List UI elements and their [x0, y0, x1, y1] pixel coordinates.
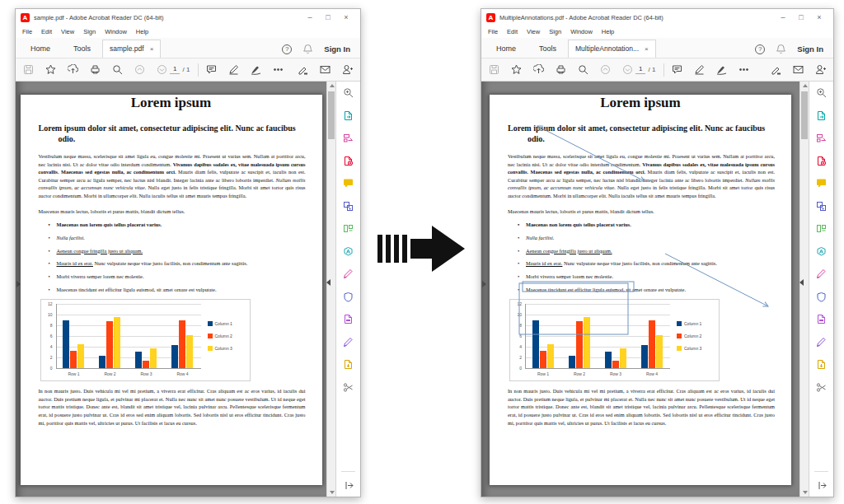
scroll-up-icon[interactable]	[330, 84, 335, 87]
menu-edit[interactable]: Edit	[41, 28, 52, 35]
menu-window[interactable]: Window	[570, 28, 593, 35]
vertical-scrollbar[interactable]	[326, 82, 335, 497]
compress-icon[interactable]	[814, 357, 828, 371]
save-icon[interactable]	[488, 63, 500, 76]
scroll-down-icon[interactable]	[803, 491, 808, 494]
create-pdf-icon[interactable]	[814, 154, 828, 168]
close-button[interactable]: ×	[337, 12, 355, 23]
email-icon[interactable]	[792, 63, 804, 76]
tab-tools[interactable]: Tools	[62, 40, 102, 58]
menu-file[interactable]: File	[22, 28, 32, 35]
search-tools-icon[interactable]	[814, 86, 828, 100]
expand-pane-icon[interactable]	[809, 481, 834, 490]
more-tools-icon[interactable]	[341, 380, 355, 394]
close-button[interactable]: ×	[810, 12, 828, 23]
left-pane-handle-icon[interactable]	[482, 281, 486, 287]
menu-edit[interactable]: Edit	[507, 28, 518, 35]
scrollbar-thumb[interactable]	[328, 91, 335, 139]
fill-sign-icon[interactable]	[341, 267, 355, 281]
account-icon[interactable]	[814, 63, 827, 76]
redact-icon[interactable]	[341, 312, 355, 326]
bell-icon[interactable]	[302, 43, 314, 55]
minimize-button[interactable]: –	[301, 12, 319, 23]
save-icon[interactable]	[22, 63, 35, 76]
sign-in-button[interactable]: Sign In	[797, 44, 823, 54]
menu-file[interactable]: File	[488, 28, 498, 35]
protect-icon[interactable]	[341, 290, 355, 304]
page-up-icon[interactable]	[134, 63, 146, 76]
comment-icon[interactable]	[671, 63, 683, 76]
scrollbar-thumb[interactable]	[801, 91, 808, 139]
tab-tools[interactable]: Tools	[528, 40, 568, 58]
pencil-icon[interactable]	[227, 63, 240, 76]
share-icon[interactable]	[297, 63, 309, 76]
search-icon[interactable]	[577, 63, 589, 76]
tools-pane-handle-icon[interactable]	[799, 279, 804, 286]
page-scroll-area[interactable]: Lorem ipsum Lorem ipsum dolor sit amet, …	[16, 82, 326, 497]
more-icon[interactable]	[738, 63, 750, 76]
page-up-icon[interactable]	[599, 63, 612, 76]
upload-icon[interactable]	[532, 63, 545, 76]
scan-ocr-icon[interactable]	[814, 245, 828, 259]
create-pdf-icon[interactable]	[341, 154, 355, 168]
combine-files-icon[interactable]	[814, 199, 828, 213]
comment-icon[interactable]	[205, 63, 218, 76]
page-down-icon[interactable]	[621, 63, 634, 76]
page-down-icon[interactable]	[156, 63, 168, 76]
titlebar[interactable]: A MultipleAnnotations.pdf - Adobe Acroba…	[481, 9, 833, 26]
edit-pdf-icon[interactable]	[814, 131, 828, 145]
scroll-down-icon[interactable]	[330, 491, 335, 494]
menu-sign[interactable]: Sign	[83, 28, 96, 35]
page-number-field[interactable]: 1	[170, 65, 180, 74]
star-icon[interactable]	[510, 63, 523, 76]
print-icon[interactable]	[555, 63, 567, 76]
certificates-icon[interactable]	[814, 335, 828, 349]
vertical-scrollbar[interactable]	[799, 82, 809, 497]
help-icon[interactable]: ?	[282, 44, 292, 54]
tab-document[interactable]: sample.pdf ×	[102, 40, 161, 58]
share-icon[interactable]	[770, 63, 782, 76]
sign-in-button[interactable]: Sign In	[324, 44, 350, 54]
search-icon[interactable]	[111, 63, 124, 76]
menu-sign[interactable]: Sign	[549, 28, 561, 35]
page-number-field[interactable]: 1	[635, 65, 645, 74]
tab-home[interactable]: Home	[19, 40, 62, 58]
more-icon[interactable]	[272, 63, 284, 76]
search-tools-icon[interactable]	[341, 86, 355, 100]
titlebar[interactable]: A sample.pdf - Adobe Acrobat Reader DC (…	[16, 9, 360, 26]
tab-document[interactable]: MultipleAnnotation... ×	[568, 40, 656, 58]
redact-icon[interactable]	[814, 312, 828, 326]
certificates-icon[interactable]	[341, 335, 355, 349]
page-scroll-area[interactable]: Lorem ipsum Lorem ipsum dolor sit amet, …	[481, 82, 799, 497]
more-tools-icon[interactable]	[814, 380, 828, 394]
bell-icon[interactable]	[775, 43, 787, 55]
maximize-button[interactable]: □	[319, 12, 337, 23]
pencil-icon[interactable]	[693, 63, 706, 76]
menu-help[interactable]: Help	[136, 28, 148, 35]
expand-pane-icon[interactable]	[336, 481, 361, 490]
email-icon[interactable]	[319, 63, 331, 76]
fill-sign-icon[interactable]	[814, 267, 828, 281]
combine-files-icon[interactable]	[341, 199, 355, 213]
compress-icon[interactable]	[341, 357, 355, 371]
export-pdf-icon[interactable]	[341, 109, 355, 123]
account-icon[interactable]	[341, 63, 354, 76]
scan-ocr-icon[interactable]	[341, 245, 355, 259]
edit-pdf-icon[interactable]	[341, 131, 355, 145]
menu-view[interactable]: View	[61, 28, 74, 35]
export-pdf-icon[interactable]	[814, 109, 828, 123]
organize-pages-icon[interactable]	[341, 222, 355, 236]
comment-icon[interactable]	[341, 176, 355, 190]
tab-home[interactable]: Home	[485, 40, 528, 58]
tools-pane-handle-icon[interactable]	[326, 279, 331, 286]
comment-icon[interactable]	[814, 176, 828, 190]
star-icon[interactable]	[45, 63, 57, 76]
minimize-button[interactable]: –	[774, 12, 792, 23]
menu-window[interactable]: Window	[105, 28, 127, 35]
sign-icon[interactable]	[715, 63, 728, 76]
scroll-up-icon[interactable]	[803, 84, 808, 87]
help-icon[interactable]: ?	[755, 44, 765, 54]
organize-pages-icon[interactable]	[814, 222, 828, 236]
print-icon[interactable]	[89, 63, 101, 76]
protect-icon[interactable]	[814, 290, 828, 304]
